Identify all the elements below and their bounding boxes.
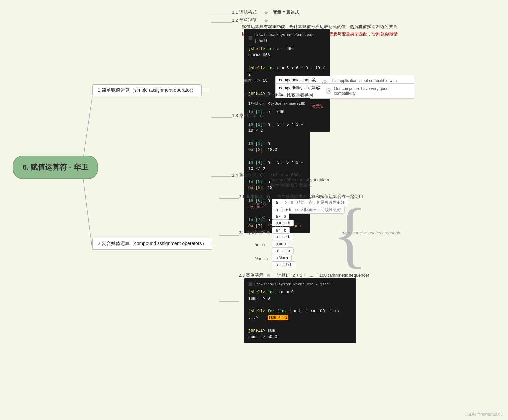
op-mod-eq-full-box: a = a % b <box>272 261 296 268</box>
branch2-label: 2 复合赋值运算（compound assignment operators） <box>98 241 207 246</box>
py-terminal-title: IPython: C:/Users/huaweiED <box>248 101 305 107</box>
watermark: CSDN @howard2005 <box>464 412 503 417</box>
section-1-2: 1.2 简单说明 ⊖ <box>232 17 268 23</box>
terminal-jshell-2: C:\Windows\system32\cmd.exe - jshell jsh… <box>244 278 356 343</box>
terminal-2-title: C:\Windows\system32\cmd.exe - jshell <box>248 282 352 288</box>
center-node-label: 6. 赋值运算符 - 华卫 <box>23 163 88 171</box>
op-minus-eq-full-box: a = a - b <box>272 220 294 226</box>
svg-line-1 <box>82 172 92 250</box>
section-1-2-label: 1.2 简单说明 <box>232 18 257 23</box>
branch-node-1: 1 简单赋值运算（simple assignment operator） <box>92 84 202 96</box>
section-1-3: 1.3 案例演示 ⊖ <box>232 113 264 119</box>
circle-btn-compatibility[interactable]: ⊖ <box>326 88 331 94</box>
op-minus-eq: -= ⊙ <box>255 215 266 220</box>
terminal-1-title: C:\Windows\system32\cmd.exe - jshell <box>248 32 325 44</box>
center-node: 6. 赋值运算符 - 华卫 <box>13 156 98 179</box>
python-compare-text: 对比动态语言Python，比较两者异同 <box>244 92 313 98</box>
op-div-eq-full-box: a = a / b <box>272 247 294 254</box>
word-compatible-container: 兼容 ⊙ <box>244 78 260 84</box>
op-plus-eq: += ⊖ <box>255 201 267 206</box>
op-div-eq: /= ⊙ <box>255 242 265 247</box>
op-mul-eq: *= ⊙ <box>255 229 266 234</box>
op-mul-eq-full-box: a = a * b <box>272 234 294 240</box>
svg-line-0 <box>82 96 92 165</box>
branch-node-2: 2 复合赋值运算（compound assignment operators） <box>92 238 212 250</box>
section-2-3: 2.3 案例演示 ⊖ 计算1 + 2 + 3 + ...... + 100 (a… <box>239 272 369 278</box>
op-mod-eq: %= ⊙ <box>255 256 268 261</box>
brace-annotation-text: more concise but less readable <box>342 230 401 235</box>
section-1-1-label: 1.1 语法格式 ⊖ 变量 = 表达式 <box>232 9 299 15</box>
main-container: 6. 赋值运算符 - 华卫 1 简单赋值运算（simple assignment… <box>0 0 508 420</box>
branch1-label: 1 简单赋值运算（simple assignment operator） <box>98 87 196 93</box>
section-1-4: 1.4 英文学习 ⊖ int a = 666; Assign 666 to th… <box>232 172 330 188</box>
